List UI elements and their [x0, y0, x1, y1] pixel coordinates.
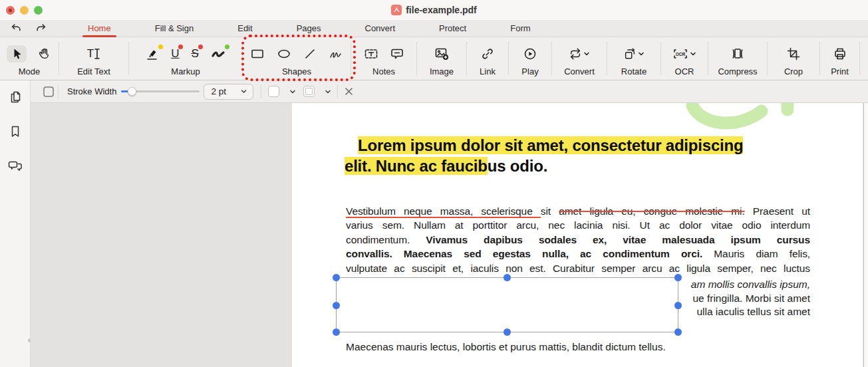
stroke-width-label: Stroke Width — [67, 86, 116, 96]
divider — [859, 42, 860, 75]
body-text-bold: Vivamus dapibus sodales ex, vitae malesu… — [426, 234, 810, 245]
rotate-button[interactable] — [622, 46, 646, 62]
tab-pages[interactable]: Pages — [295, 20, 323, 37]
pen-tool-button[interactable] — [210, 46, 227, 62]
ribbon-tabs: Home Fill & Sign Edit Pages Convert Prot… — [86, 20, 532, 37]
line-shape-button[interactable] — [302, 47, 318, 61]
group-label: Print — [831, 66, 849, 77]
chevron-down-icon — [638, 51, 645, 57]
tab-home[interactable]: Home — [86, 20, 112, 37]
resize-handle-bottom-left[interactable] — [333, 328, 340, 336]
group-label: Crop — [784, 66, 803, 77]
body-text-italic: am mollis convallis ipsum, — [691, 279, 810, 290]
close-properties-button[interactable] — [341, 84, 356, 99]
green-squiggle-annotation[interactable] — [684, 103, 804, 138]
divider — [58, 85, 59, 98]
highlight-annotation[interactable]: Lorem ipsum dolor sit amet, consectetur … — [358, 136, 743, 154]
resize-handle-bottom-right[interactable] — [674, 328, 682, 336]
tab-form[interactable]: Form — [509, 20, 531, 37]
bookmarks-button[interactable] — [6, 124, 25, 139]
heading-text: us odio. — [488, 157, 547, 175]
chevron-down-icon — [240, 88, 247, 95]
chevron-down-icon — [583, 51, 590, 57]
stroke-width-select[interactable]: 2 pt — [204, 84, 253, 100]
ocr-button[interactable]: OCR — [671, 47, 698, 61]
minimize-window-button[interactable] — [20, 6, 29, 15]
print-button[interactable] — [832, 46, 848, 62]
comment-note-button[interactable] — [389, 47, 405, 61]
underline-icon: U — [171, 47, 179, 61]
redo-button[interactable] — [33, 21, 49, 36]
underline-annotation[interactable]: Vestibulum neque massa, scelerisque — [346, 205, 541, 217]
underline-tool-button[interactable]: U — [170, 46, 180, 62]
pdf-page: Lorem ipsum dolor sit amet, consectetur … — [292, 103, 863, 367]
edit-text-button[interactable]: T — [86, 46, 102, 62]
fill-color-swatch[interactable] — [303, 86, 315, 97]
strikethrough-color-dot — [198, 45, 203, 49]
rectangle-annotation-selected[interactable] — [336, 277, 678, 332]
body-text: Mauris diam felis, — [702, 248, 810, 259]
zoom-window-button[interactable] — [34, 6, 43, 15]
rectangle-shape-button[interactable] — [249, 47, 266, 61]
resize-handle-bottom-center[interactable] — [504, 328, 511, 336]
titlebar: file-example.pdf — [0, 0, 868, 20]
document-paragraph: Vestibulum neque massa, scelerisque sit … — [346, 204, 810, 275]
document-canvas: Lorem ipsum dolor sit amet, consectetur … — [31, 103, 868, 367]
group-label: Shapes — [282, 66, 311, 77]
select-mode-button[interactable] — [7, 45, 27, 62]
group-label: Link — [480, 66, 496, 77]
close-window-button[interactable] — [6, 6, 15, 15]
resize-handle-top-center[interactable] — [504, 274, 511, 281]
body-text-bold: convallis. Maecenas sed egestas nulla, a… — [346, 248, 702, 259]
text-note-button[interactable] — [362, 47, 380, 61]
compress-button[interactable] — [729, 46, 746, 62]
scribble-shape-button[interactable] — [327, 47, 345, 61]
pen-color-dot — [225, 45, 229, 49]
add-link-button[interactable] — [480, 46, 496, 62]
resize-handle-top-left[interactable] — [333, 274, 340, 281]
traffic-lights — [6, 6, 43, 15]
resize-handle-middle-left[interactable] — [333, 302, 340, 309]
resize-handle-middle-right[interactable] — [674, 302, 682, 309]
group-rotate: Rotate — [607, 37, 660, 80]
slider-thumb[interactable] — [128, 87, 136, 96]
group-compress: Compress — [708, 37, 767, 80]
stroke-width-slider[interactable] — [121, 87, 200, 96]
crop-button[interactable] — [786, 46, 801, 62]
strikethrough-annotation[interactable]: amet ligula eu, congue molestie mi. — [559, 205, 744, 217]
tab-bar: Home Fill & Sign Edit Pages Convert Prot… — [0, 20, 868, 37]
insert-image-button[interactable] — [433, 46, 450, 62]
tab-protect[interactable]: Protect — [438, 20, 468, 37]
scrollbar-gutter[interactable] — [863, 103, 868, 367]
highlight-annotation[interactable]: elit. Nunc ac faucib — [345, 157, 488, 175]
group-label: Convert — [564, 66, 595, 77]
highlight-tool-button[interactable] — [144, 46, 160, 62]
underline-color-dot — [178, 45, 183, 49]
resize-handle-top-right[interactable] — [674, 274, 682, 281]
fill-color-chevron[interactable] — [324, 88, 332, 96]
page-thumbnails-button[interactable] — [6, 90, 25, 104]
group-notes: Notes — [351, 37, 416, 80]
play-button[interactable] — [522, 46, 538, 62]
document-heading: Lorem ipsum dolor sit amet, consectetur … — [345, 135, 823, 176]
group-label: OCR — [675, 66, 694, 77]
ellipse-shape-button[interactable] — [275, 47, 293, 61]
group-label: Compress — [718, 66, 757, 77]
tab-fill-sign[interactable]: Fill & Sign — [154, 20, 196, 37]
convert-button[interactable] — [567, 46, 591, 62]
chevron-down-icon — [324, 88, 332, 96]
body-text: vulputate ac suscipit et, iaculis non es… — [346, 261, 810, 275]
stroke-color-chevron[interactable] — [289, 88, 297, 96]
group-markup: U S Markup — [129, 37, 242, 80]
shape-style-preview-button[interactable] — [41, 84, 56, 99]
group-convert: Convert — [552, 37, 607, 80]
tab-edit[interactable]: Edit — [236, 20, 253, 37]
hand-mode-button[interactable] — [36, 46, 52, 62]
undo-button[interactable] — [8, 21, 24, 36]
main-toolbar: Mode T Edit Text U — [0, 37, 868, 80]
tab-convert[interactable]: Convert — [364, 20, 397, 37]
stroke-color-swatch[interactable] — [268, 86, 279, 97]
comments-panel-button[interactable] — [6, 159, 25, 174]
strikethrough-icon: S — [191, 47, 198, 61]
strikethrough-tool-button[interactable]: S — [190, 46, 200, 62]
